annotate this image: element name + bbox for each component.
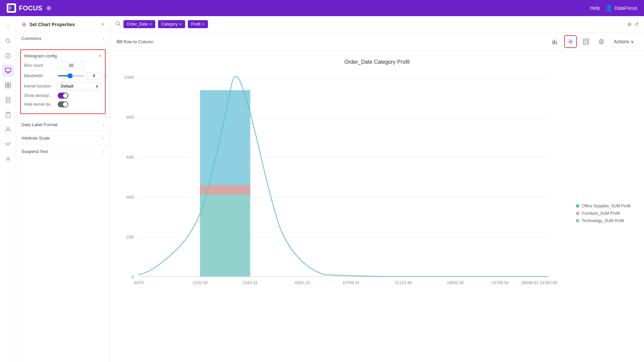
- svg-point-2: [6, 39, 9, 42]
- person-icon[interactable]: [2, 123, 14, 136]
- panel-close-button[interactable]: ×: [101, 21, 104, 28]
- svg-point-22: [116, 21, 119, 25]
- histogram-config-label: Histogram config: [24, 53, 57, 58]
- nav-left: F FOCUS ⊕: [7, 3, 51, 13]
- svg-text:400: 400: [126, 195, 134, 200]
- legend-label-office: Office Supplies_SUM Profit: [582, 204, 631, 208]
- histogram-config-chevron[interactable]: ∨: [99, 54, 102, 58]
- chart-view-icon[interactable]: [549, 35, 561, 48]
- filter-tag-order-date[interactable]: Order_Date ×: [123, 20, 155, 28]
- bandwidth-up[interactable]: ▲: [103, 72, 107, 76]
- kernel-function-row: Kernel function Default ∧: [24, 83, 102, 90]
- svg-text:6481.23: 6481.23: [295, 280, 310, 285]
- histogram-config-title: Histogram config ∨: [24, 53, 102, 58]
- filter-bar: Order_Date × Category × Profit × ⊗ ↺: [110, 16, 644, 33]
- svg-point-36: [600, 41, 602, 43]
- kernel-function-value: Default: [61, 84, 73, 89]
- bins-count-input[interactable]: [58, 62, 85, 69]
- settings-icon[interactable]: [2, 153, 14, 165]
- panel-header: Set Chart Properties ×: [16, 16, 110, 32]
- toolbar-right: Actions ∨: [549, 35, 637, 48]
- suspend-text-header[interactable]: Suspend Text ›: [16, 145, 110, 158]
- svg-rect-9: [5, 83, 8, 85]
- filter-refresh-icon[interactable]: ↺: [634, 21, 639, 28]
- svg-text:?: ?: [7, 54, 9, 58]
- histogram-config-box: Histogram config ∨ Bins count Bandwidth: [20, 49, 106, 114]
- filter-search-button[interactable]: [115, 21, 121, 28]
- hide-kernel-toggle[interactable]: [58, 101, 68, 107]
- actions-button[interactable]: Actions ∨: [610, 37, 637, 46]
- new-tab-icon[interactable]: ⊕: [46, 4, 51, 12]
- chart-title: Order_Date Category Profit: [110, 51, 644, 68]
- suspend-text-chevron: ›: [103, 149, 104, 154]
- histogram-svg: 1000 800 600 400 200 0: [110, 68, 644, 359]
- bandwidth-steppers: ▲ ▼: [103, 72, 107, 80]
- table-view-icon[interactable]: [580, 35, 592, 48]
- svg-text:800: 800: [126, 115, 134, 120]
- panel-header-left: Set Chart Properties: [21, 22, 75, 27]
- commons-label: Commons: [21, 36, 41, 41]
- show-density-toggle[interactable]: [58, 93, 68, 99]
- filter-tag-category-remove[interactable]: ×: [179, 21, 182, 27]
- attribute-scale-header[interactable]: Attribute Scale ›: [16, 132, 110, 145]
- filter-tag-profit[interactable]: Profit ×: [188, 20, 208, 28]
- bandwidth-down[interactable]: ▼: [103, 76, 107, 80]
- attribute-scale-chevron: ›: [103, 136, 104, 141]
- suspend-text-section: Suspend Text ›: [16, 145, 110, 158]
- user-icon: 👤: [605, 4, 612, 12]
- filter-tag-category-label: Category: [161, 22, 178, 27]
- attribute-scale-label: Attribute Scale: [21, 136, 50, 141]
- actions-chevron: ∨: [631, 39, 634, 44]
- legend-label-furniture: Furniture_SUM Profit: [582, 211, 620, 216]
- nav-right: Help 👤 DataFocus: [590, 4, 638, 12]
- clipboard-icon[interactable]: [2, 109, 14, 121]
- data-label-format-section: Data Label Format ›: [16, 118, 110, 132]
- filter-config-icon[interactable]: [595, 35, 608, 48]
- commons-header[interactable]: Commons ›: [16, 32, 110, 45]
- home-icon[interactable]: ⌂: [2, 20, 14, 32]
- svg-rect-30: [583, 39, 589, 44]
- filter-clear-icon[interactable]: ⊗: [627, 21, 632, 28]
- svg-rect-6: [5, 68, 11, 72]
- search-icon[interactable]: [2, 35, 14, 47]
- settings-view-icon[interactable]: [564, 35, 577, 48]
- bandwidth-slider[interactable]: [58, 75, 85, 76]
- svg-rect-18: [7, 112, 9, 113]
- legend-dot-technology: [576, 219, 579, 222]
- bins-count-label: Bins count: [24, 63, 58, 68]
- document-icon[interactable]: [2, 94, 14, 106]
- chart-container: Order_Date Category Profit 1000 800 600 …: [110, 51, 644, 362]
- svg-rect-12: [8, 86, 11, 88]
- content-area: Order_Date × Category × Profit × ⊗ ↺: [110, 16, 644, 362]
- bar-office-supplies: [200, 90, 250, 195]
- bandwidth-input[interactable]: [87, 72, 101, 80]
- svg-rect-10: [8, 83, 11, 85]
- user-area[interactable]: 👤 DataFocus: [605, 4, 637, 12]
- filter-tag-category[interactable]: Category ×: [158, 20, 185, 28]
- data-label-format-chevron: ›: [103, 122, 104, 127]
- show-density-row: Show density/...: [24, 93, 102, 99]
- monitor-icon[interactable]: [2, 64, 14, 76]
- kernel-function-select[interactable]: Default ∧: [58, 83, 102, 90]
- svg-text:32383.69: 32383.69: [540, 280, 557, 285]
- filter-tag-order-date-remove[interactable]: ×: [149, 21, 152, 27]
- svg-rect-25: [117, 42, 122, 43]
- chart-svg-area: 1000 800 600 400 200 0: [110, 68, 644, 359]
- top-navigation: F FOCUS ⊕ Help 👤 DataFocus: [0, 0, 644, 16]
- question-icon[interactable]: ?: [2, 50, 14, 62]
- row-to-column-button[interactable]: Row to Column: [117, 39, 153, 44]
- grid-icon[interactable]: [2, 79, 14, 91]
- svg-rect-11: [5, 86, 8, 88]
- filter-tag-profit-remove[interactable]: ×: [202, 21, 205, 27]
- legend-label-technology: Technology_SUM Profit: [582, 218, 624, 223]
- app-logo: F FOCUS: [7, 3, 42, 13]
- activity-icon[interactable]: [2, 138, 14, 150]
- data-label-format-header[interactable]: Data Label Format ›: [16, 118, 110, 131]
- hide-kernel-row: Hide kernel de...: [24, 101, 102, 107]
- user-name: DataFocus: [614, 5, 637, 11]
- filter-tag-profit-label: Profit: [191, 22, 201, 27]
- svg-text:23749.54: 23749.54: [491, 280, 508, 285]
- svg-rect-27: [554, 40, 555, 44]
- legend-dot-office: [576, 204, 579, 208]
- help-link[interactable]: Help: [590, 5, 600, 11]
